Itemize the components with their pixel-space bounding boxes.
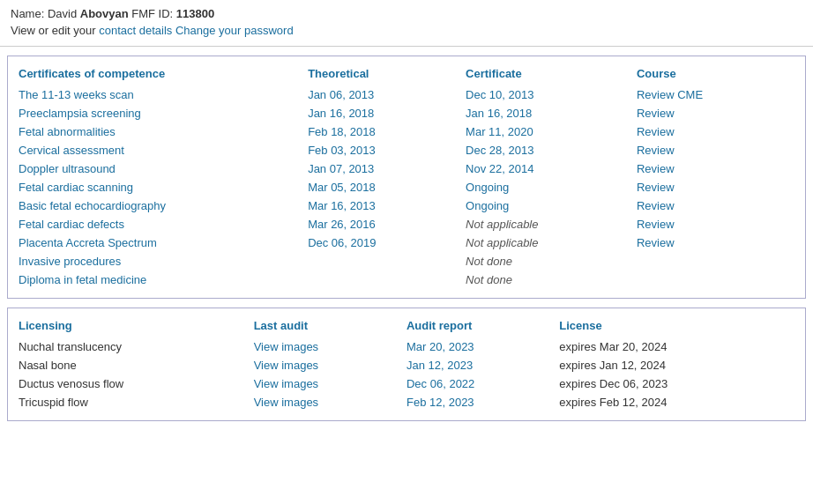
view-images-link[interactable]: View images [254,377,318,390]
cert-name: Doppler ultrasound [19,159,308,178]
review-link[interactable]: Review [637,125,675,138]
cert-name: Fetal cardiac defects [19,215,308,233]
cert-name: The 11-13 weeks scan [19,85,308,104]
review-link[interactable]: Review [637,181,675,194]
cert-certificate: Mar 11, 2020 [466,122,637,141]
cert-name: Fetal cardiac scanning [19,178,308,196]
cert-name: Cervical assessment [19,141,308,159]
cert-course [637,271,794,289]
view-images-link[interactable]: View images [254,340,318,353]
review-link[interactable]: Review [637,199,675,212]
lic-auditreport: Jan 12, 2023 [406,356,559,374]
cert-name: Invasive procedures [19,252,308,271]
review-link[interactable]: Review [637,144,675,157]
cert-course: Review [637,178,794,196]
cme-link[interactable]: CME [677,88,703,101]
fmf-id: 113800 [176,7,214,20]
cert-course [637,252,794,271]
lic-license: expires Jan 12, 2024 [559,356,794,374]
table-row: Fetal cardiac scanningMar 05, 2018Ongoin… [19,178,794,196]
name-bold: Abovyan [80,7,129,20]
cert-theoretical: Mar 16, 2013 [308,196,466,215]
cert-theoretical: Jan 07, 2013 [308,159,466,178]
col-header-course: Course [637,65,794,85]
col-header-competence: Certificates of competence [19,65,308,85]
lic-name: Nasal bone [19,356,254,374]
cert-name: Preeclampsia screening [19,104,308,122]
certificates-section: Certificates of competence Theoretical C… [7,56,806,299]
cert-course: Review CME [637,85,794,104]
table-row: Placenta Accreta SpectrumDec 06, 2019Not… [19,233,794,252]
certificates-table: Certificates of competence Theoretical C… [19,65,794,289]
table-row: Doppler ultrasoundJan 07, 2013Nov 22, 20… [19,159,794,178]
cert-name: Diploma in fetal medicine [19,271,308,289]
lic-license: expires Mar 20, 2024 [559,337,794,356]
cert-certificate: Not applicable [466,233,637,252]
review-link[interactable]: Review [637,88,675,101]
cert-certificate: Not done [466,271,637,289]
table-row: Invasive proceduresNot done [19,252,794,271]
table-row: Tricuspid flowView imagesFeb 12, 2023exp… [19,393,794,411]
cert-course: Review [637,141,794,159]
change-password-link[interactable]: Change your password [175,24,294,37]
lic-name: Tricuspid flow [19,393,254,411]
cert-name: Basic fetal echocardiography [19,196,308,215]
table-row: Basic fetal echocardiographyMar 16, 2013… [19,196,794,215]
cert-name: Placenta Accreta Spectrum [19,233,308,252]
name-label: Name: David [11,7,80,20]
cert-certificate: Jan 16, 2018 [466,104,637,122]
lic-auditreport: Mar 20, 2023 [406,337,559,356]
view-images-link[interactable]: View images [254,359,318,372]
cert-theoretical: Feb 03, 2013 [308,141,466,159]
lic-lastaudit[interactable]: View images [254,393,406,411]
col-header-licensing: Licensing [19,317,254,337]
cert-course: Review [637,122,794,141]
lic-lastaudit[interactable]: View images [254,337,406,356]
contact-details-link[interactable]: contact details [99,24,172,37]
cert-course: Review [637,104,794,122]
lic-name: Nuchal translucency [19,337,254,356]
review-link[interactable]: Review [637,107,675,120]
cert-theoretical: Dec 06, 2019 [308,233,466,252]
review-link[interactable]: Review [637,162,675,175]
view-images-link[interactable]: View images [254,396,318,409]
lic-auditreport: Dec 06, 2022 [406,374,559,393]
licensing-table: Licensing Last audit Audit report Licens… [19,317,794,411]
lic-name: Ductus venosus flow [19,374,254,393]
review-link[interactable]: Review [637,218,675,231]
cert-course: Review [637,233,794,252]
view-edit-prefix: View or edit your [11,24,99,37]
cert-certificate: Not applicable [466,215,637,233]
cert-certificate: Ongoing [466,196,637,215]
name-fmf-line: Name: David Abovyan FMF ID: 113800 [11,7,802,20]
cert-course: Review [637,215,794,233]
col-header-license: License [559,317,794,337]
header-section: Name: David Abovyan FMF ID: 113800 View … [0,0,813,47]
table-row: Ductus venosus flowView imagesDec 06, 20… [19,374,794,393]
table-row: Fetal abnormalitiesFeb 18, 2018Mar 11, 2… [19,122,794,141]
col-header-auditreport: Audit report [406,317,559,337]
cert-theoretical [308,271,466,289]
cert-theoretical: Jan 06, 2013 [308,85,466,104]
cert-theoretical: Jan 16, 2018 [308,104,466,122]
col-header-lastaudit: Last audit [254,317,406,337]
lic-lastaudit[interactable]: View images [254,356,406,374]
cert-certificate: Ongoing [466,178,637,196]
cert-certificate: Not done [466,252,637,271]
col-header-certificate: Certificate [466,65,637,85]
cert-certificate: Dec 10, 2013 [466,85,637,104]
cert-theoretical [308,252,466,271]
licensing-section: Licensing Last audit Audit report Licens… [7,308,806,421]
table-row: Cervical assessmentFeb 03, 2013Dec 28, 2… [19,141,794,159]
fmf-label: FMF ID: [129,7,176,20]
table-row: Preeclampsia screeningJan 16, 2018Jan 16… [19,104,794,122]
review-link[interactable]: Review [637,236,675,249]
lic-lastaudit[interactable]: View images [254,374,406,393]
table-row: Nuchal translucencyView imagesMar 20, 20… [19,337,794,356]
table-row: The 11-13 weeks scanJan 06, 2013Dec 10, … [19,85,794,104]
cert-certificate: Nov 22, 2014 [466,159,637,178]
lic-license: expires Feb 12, 2024 [559,393,794,411]
table-row: Nasal boneView imagesJan 12, 2023expires… [19,356,794,374]
table-row: Fetal cardiac defectsMar 26, 2016Not app… [19,215,794,233]
table-row: Diploma in fetal medicineNot done [19,271,794,289]
